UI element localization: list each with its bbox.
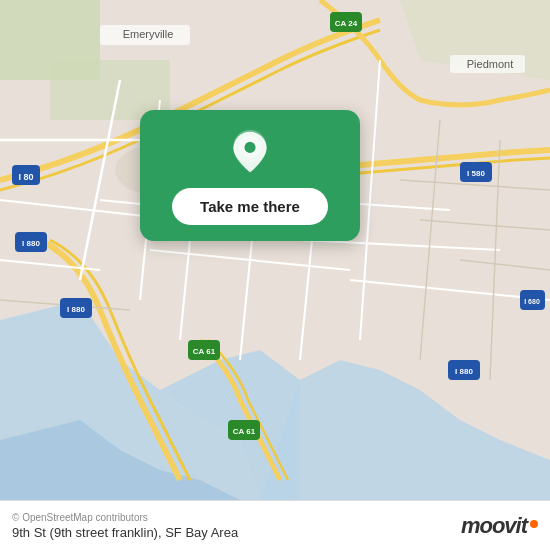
- svg-text:Piedmont: Piedmont: [467, 58, 513, 70]
- bottom-bar: © OpenStreetMap contributors 9th St (9th…: [0, 500, 550, 550]
- svg-text:I 580: I 580: [467, 169, 485, 178]
- moovit-logo: moovit: [461, 513, 538, 539]
- svg-text:CA 61: CA 61: [233, 427, 256, 436]
- location-pin-icon: [226, 128, 274, 176]
- map-view: I 80 I 880 I 580 I 580 I 880 I 880 CA 61…: [0, 0, 550, 500]
- moovit-icon: moovit: [461, 513, 527, 539]
- svg-text:I 80: I 80: [18, 172, 33, 182]
- location-title: 9th St (9th street franklin), SF Bay Are…: [12, 525, 238, 540]
- svg-text:I 880: I 880: [22, 239, 40, 248]
- bottom-info: © OpenStreetMap contributors 9th St (9th…: [12, 512, 538, 540]
- action-card: Take me there: [140, 110, 360, 241]
- map-attribution: © OpenStreetMap contributors: [12, 512, 238, 523]
- svg-text:Emeryville: Emeryville: [123, 28, 174, 40]
- svg-text:I 880: I 880: [455, 367, 473, 376]
- take-me-there-button[interactable]: Take me there: [172, 188, 328, 225]
- svg-text:CA 61: CA 61: [193, 347, 216, 356]
- moovit-dot: [530, 520, 538, 528]
- svg-point-56: [244, 142, 255, 153]
- svg-text:CA 24: CA 24: [335, 19, 358, 28]
- map-svg: I 80 I 880 I 580 I 580 I 880 I 880 CA 61…: [0, 0, 550, 500]
- svg-text:I 680: I 680: [524, 298, 540, 305]
- svg-text:I 880: I 880: [67, 305, 85, 314]
